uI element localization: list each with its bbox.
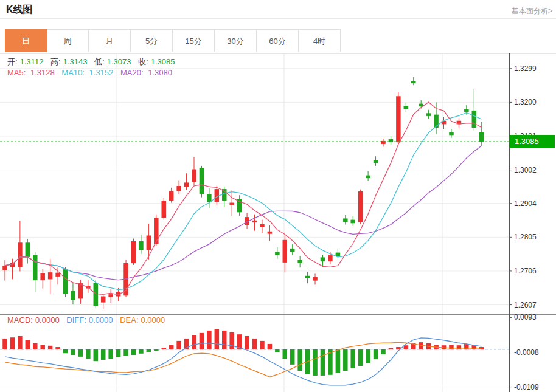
high-value: 1.3143 bbox=[63, 57, 88, 66]
axis-label: 1.2706 bbox=[514, 267, 537, 275]
ma10-line bbox=[5, 112, 482, 289]
axis-label: 1.2904 bbox=[514, 199, 537, 208]
low-label: 低: bbox=[94, 57, 105, 66]
close-label: 收: bbox=[138, 57, 148, 66]
diff-label: DIFF: bbox=[66, 315, 86, 325]
ma10-value: 1.3152 bbox=[89, 68, 114, 77]
axis-label: 0.0093 bbox=[514, 313, 537, 322]
dea-label: DEA: bbox=[120, 315, 138, 325]
ma5-label: MA5: bbox=[7, 68, 26, 77]
axis-label: 1.3200 bbox=[514, 98, 537, 106]
axis-label: -0.0008 bbox=[514, 348, 539, 357]
macd-label: MACD: bbox=[7, 315, 33, 325]
candles bbox=[2, 77, 484, 309]
diff-line bbox=[5, 338, 482, 385]
high-label: 高: bbox=[50, 57, 61, 66]
ma10-label: MA10: bbox=[61, 68, 85, 77]
ma5-value: 1.3128 bbox=[30, 68, 55, 77]
kline-widget: K线图 基本面分析> 日周月5分15分30分60分4时 1.32991.3200… bbox=[0, 0, 556, 392]
ma20-line bbox=[5, 146, 482, 280]
axis-label: 1.2607 bbox=[514, 301, 537, 309]
axis-label: 1.3299 bbox=[514, 64, 537, 73]
low-value: 1.3073 bbox=[107, 57, 131, 66]
ma5-line bbox=[5, 102, 482, 295]
ma20-label: MA20: bbox=[120, 68, 144, 77]
ohlc-row: 开:1.3112 高:1.3143 低:1.3073 收:1.3085 bbox=[7, 57, 179, 67]
dea-value: 0.0000 bbox=[141, 315, 165, 325]
gridlines bbox=[0, 53, 556, 392]
axis-label: 1.2805 bbox=[514, 233, 537, 241]
diff-value: 0.0000 bbox=[89, 315, 113, 325]
dea-line bbox=[5, 342, 482, 377]
open-value: 1.3112 bbox=[20, 57, 44, 66]
axis-label: 1.3002 bbox=[514, 166, 537, 174]
macd-row: MACD:0.0000 DIFF:0.0000 DEA:0.0000 bbox=[7, 315, 170, 325]
ma-row: MA5: 1.3128 MA10: 1.3152 MA20: 1.3080 bbox=[7, 68, 177, 77]
macd-histogram bbox=[2, 329, 484, 376]
macd-value: 0.0000 bbox=[35, 315, 60, 325]
open-label: 开: bbox=[7, 57, 18, 66]
axis-labels: 1.32991.32001.31011.30021.29041.28051.27… bbox=[509, 64, 539, 391]
current-price-tag-label: 1.3085 bbox=[515, 137, 539, 146]
ma20-value: 1.3080 bbox=[148, 68, 172, 77]
close-value: 1.3085 bbox=[151, 57, 175, 66]
axis-label: -0.0109 bbox=[514, 383, 539, 391]
